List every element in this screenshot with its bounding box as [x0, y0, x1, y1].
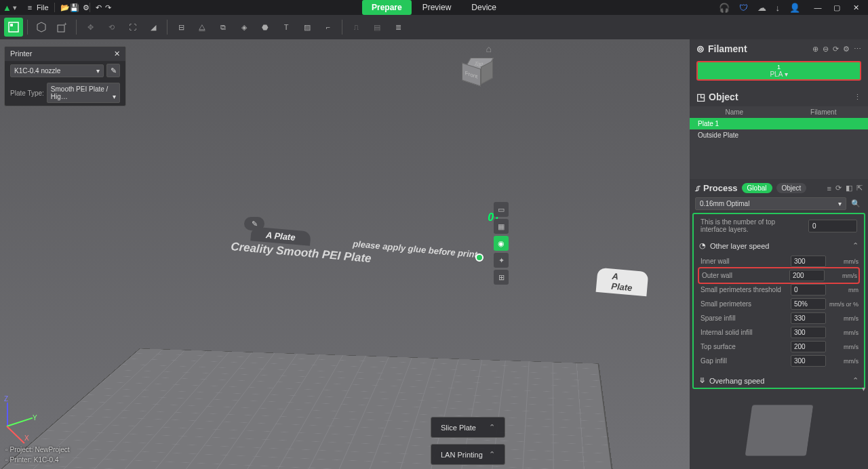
- filament-more-icon[interactable]: ⋯: [854, 45, 861, 54]
- tool-split[interactable]: ◈: [235, 18, 254, 37]
- desc-value-input[interactable]: [808, 220, 857, 232]
- redo-icon[interactable]: ↷: [101, 1, 111, 14]
- param-label: Internal solid infill: [699, 329, 788, 336]
- menu-file[interactable]: ≡File: [21, 1, 53, 14]
- chevron-up-icon: ⌃: [489, 423, 495, 432]
- scope-object[interactable]: Object: [776, 183, 807, 193]
- param-value-input[interactable]: [791, 256, 826, 267]
- user-icon[interactable]: 👤: [789, 3, 800, 13]
- proc-ic-1[interactable]: ≡: [827, 184, 831, 192]
- param-unit: mm/s: [829, 329, 859, 336]
- search-icon[interactable]: 🔍: [849, 197, 863, 210]
- support-icon[interactable]: 🎧: [719, 3, 730, 13]
- param-unit: mm/s: [829, 358, 859, 365]
- tool-rotate[interactable]: ⟲: [102, 18, 121, 37]
- tool-cut[interactable]: ⊟: [172, 18, 191, 37]
- param-value-input[interactable]: [791, 298, 826, 310]
- side-tool-2[interactable]: ▦: [494, 219, 509, 234]
- proc-ic-3[interactable]: ◧: [846, 184, 852, 192]
- tool-move[interactable]: ✥: [81, 18, 100, 37]
- param-row: Top surfacemm/s: [699, 340, 859, 354]
- collapse-preview-icon[interactable]: ▾: [862, 385, 865, 392]
- slice-plate-button[interactable]: Slice Plate⌃: [431, 417, 505, 438]
- shield-icon[interactable]: 🛡: [739, 3, 748, 13]
- object-list[interactable]: Plate 1 Outside Plate: [690, 118, 868, 179]
- tool-support[interactable]: ⎍: [347, 18, 366, 37]
- filament-settings-icon[interactable]: ⚙: [843, 45, 850, 54]
- close-icon[interactable]: ✕: [114, 49, 120, 58]
- tab-preview[interactable]: Preview: [413, 0, 461, 15]
- tool-mirror[interactable]: ⧋: [193, 18, 212, 37]
- scope-global[interactable]: Global: [742, 183, 772, 193]
- settings-icon[interactable]: ⚙: [79, 1, 88, 14]
- window-close[interactable]: ✕: [846, 3, 865, 12]
- chevron-up-icon: ⌃: [852, 241, 859, 250]
- tool-add-cube[interactable]: [32, 18, 51, 37]
- param-row: Inner wallmm/s: [699, 254, 859, 268]
- param-value-input[interactable]: [791, 355, 826, 367]
- printer-panel-title: Printer: [10, 49, 32, 58]
- tool-seam[interactable]: ▤: [368, 18, 387, 37]
- tool-measure[interactable]: ⌐: [319, 18, 338, 37]
- tool-mesh[interactable]: ⧉: [214, 18, 233, 37]
- layer-preview: [745, 405, 813, 455]
- tool-place[interactable]: ◢: [144, 18, 163, 37]
- window-minimize[interactable]: ―: [808, 3, 827, 12]
- download-icon[interactable]: ↓: [776, 3, 781, 13]
- object-row[interactable]: Plate 1: [690, 118, 868, 129]
- sync-filament-icon[interactable]: ⟳: [833, 45, 839, 54]
- plate-type-label: Plate Type:: [10, 89, 44, 97]
- sep: [54, 3, 55, 12]
- object-col-name: Name: [690, 108, 779, 116]
- param-value-input[interactable]: [791, 284, 826, 295]
- lan-printing-button[interactable]: LAN Printing⌃: [431, 444, 505, 465]
- printer-select[interactable]: K1C-0.4 nozzle▾: [10, 64, 104, 77]
- open-icon[interactable]: 📂: [56, 1, 66, 14]
- side-tool-4[interactable]: ✦: [494, 253, 509, 268]
- origin-marker: [475, 253, 484, 262]
- object-more-icon[interactable]: ⋮: [854, 93, 861, 102]
- object-icon: ◳: [696, 91, 705, 102]
- param-label: Sparse infill: [699, 314, 788, 322]
- remove-filament-icon[interactable]: ⊖: [823, 45, 829, 54]
- build-plate[interactable]: ✎ A Plate A Plate please apply glue befo…: [34, 188, 631, 446]
- undo-icon[interactable]: ↶: [92, 1, 101, 14]
- view-cube[interactable]: Top Front: [456, 49, 493, 90]
- tool-hollow[interactable]: ⬣: [256, 18, 275, 37]
- save-icon[interactable]: 💾: [66, 1, 75, 14]
- param-row: Gap infillmm/s: [699, 354, 859, 368]
- side-tool-active[interactable]: ◉: [494, 236, 509, 251]
- proc-ic-4[interactable]: ⇱: [856, 184, 863, 192]
- param-value-input[interactable]: [791, 312, 826, 324]
- side-tool-1[interactable]: ▭: [494, 202, 509, 217]
- add-filament-icon[interactable]: ⊕: [812, 45, 818, 54]
- plate-label-b: A Plate: [596, 268, 649, 296]
- process-icon: ⎎: [695, 183, 701, 193]
- tool-add-part[interactable]: +: [53, 18, 72, 37]
- tab-prepare[interactable]: Prepare: [362, 0, 412, 15]
- param-value-input[interactable]: [791, 341, 826, 352]
- tool-list[interactable]: ≣: [389, 18, 408, 37]
- cloud-icon[interactable]: ☁: [757, 3, 766, 13]
- tool-arrange[interactable]: [4, 18, 23, 37]
- filament-chip[interactable]: 1 PLA ▾: [696, 61, 861, 81]
- proc-ic-2[interactable]: ⟳: [835, 184, 842, 192]
- tool-paint[interactable]: ▨: [298, 18, 317, 37]
- param-value-input[interactable]: [791, 327, 826, 338]
- hamburger-icon: ≡: [25, 3, 35, 12]
- object-row[interactable]: Outside Plate: [690, 129, 868, 141]
- tab-device[interactable]: Device: [462, 0, 506, 15]
- window-maximize[interactable]: ▢: [827, 3, 846, 12]
- edit-printer-icon[interactable]: ✎: [106, 64, 120, 77]
- category-other-speed[interactable]: ◔ Other layer speed ⌃: [699, 237, 859, 254]
- category-overhang-speed[interactable]: ⤋ Overhang speed ⌃: [699, 372, 859, 389]
- plate-type-select[interactable]: Smooth PEI Plate / Hig…▾: [47, 83, 120, 103]
- process-profile-select[interactable]: 0.16mm Optimal▾: [695, 197, 846, 210]
- side-tool-5[interactable]: ⊞: [494, 270, 509, 285]
- tool-scale[interactable]: ⛶: [123, 18, 142, 37]
- app-menu-dropdown[interactable]: ▾: [13, 3, 17, 12]
- param-value-input[interactable]: [789, 270, 825, 281]
- param-row: Small perimeters thresholdmm: [699, 283, 859, 297]
- filament-icon: ⊚: [696, 43, 705, 54]
- tool-text[interactable]: T: [277, 18, 296, 37]
